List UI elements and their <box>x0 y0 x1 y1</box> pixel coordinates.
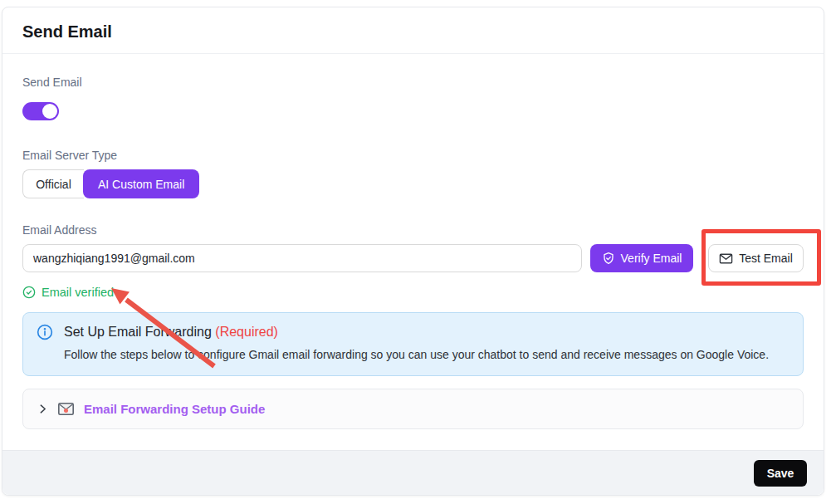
server-type-option-official[interactable]: Official <box>22 169 84 198</box>
verify-email-button[interactable]: Verify Email <box>590 244 693 272</box>
test-email-button[interactable]: Test Email <box>708 244 804 272</box>
send-email-card: Send Email Send Email Email Server Type … <box>2 7 824 496</box>
info-alert-description: Follow the steps below to configure Gmai… <box>64 346 789 363</box>
email-address-label: Email Address <box>22 222 804 238</box>
email-address-input[interactable] <box>22 244 582 272</box>
info-alert-title: Set Up Email Forwarding (Required) <box>64 325 278 340</box>
page-title: Send Email <box>22 22 804 42</box>
info-circle-icon <box>37 324 53 340</box>
test-email-label: Test Email <box>739 252 793 265</box>
email-forwarding-guide-expander[interactable]: Email Forwarding Setup Guide <box>22 389 804 429</box>
email-forwarding-info-alert: Set Up Email Forwarding (Required) Follo… <box>22 312 804 376</box>
send-email-toggle[interactable] <box>22 102 59 120</box>
send-email-toggle-label: Send Email <box>22 74 804 91</box>
server-type-label: Email Server Type <box>22 147 804 164</box>
email-verified-status: Email verified <box>22 286 804 299</box>
card-footer: Save <box>2 450 824 495</box>
required-tag: (Required) <box>215 325 278 339</box>
info-alert-title-row: Set Up Email Forwarding (Required) <box>37 324 789 340</box>
card-body: Send Email Email Server Type Official AI… <box>2 54 824 450</box>
email-address-row: Verify Email Test Email <box>22 244 804 272</box>
check-circle-icon <box>22 286 36 299</box>
shield-check-icon <box>602 252 615 265</box>
email-guide-icon <box>58 403 74 415</box>
chevron-right-icon <box>37 404 48 414</box>
verify-email-label: Verify Email <box>621 252 682 265</box>
card-header: Send Email <box>2 7 824 54</box>
server-type-segmented-control: Official AI Custom Email <box>22 169 199 198</box>
envelope-icon <box>719 252 733 265</box>
guide-title: Email Forwarding Setup Guide <box>84 402 265 416</box>
toggle-knob <box>42 104 57 119</box>
send-email-settings-page: Send Email Send Email Email Server Type … <box>0 0 831 504</box>
email-verified-text: Email verified <box>42 286 114 299</box>
server-type-option-ai-custom-email[interactable]: AI Custom Email <box>83 169 199 198</box>
save-button[interactable]: Save <box>754 460 807 487</box>
